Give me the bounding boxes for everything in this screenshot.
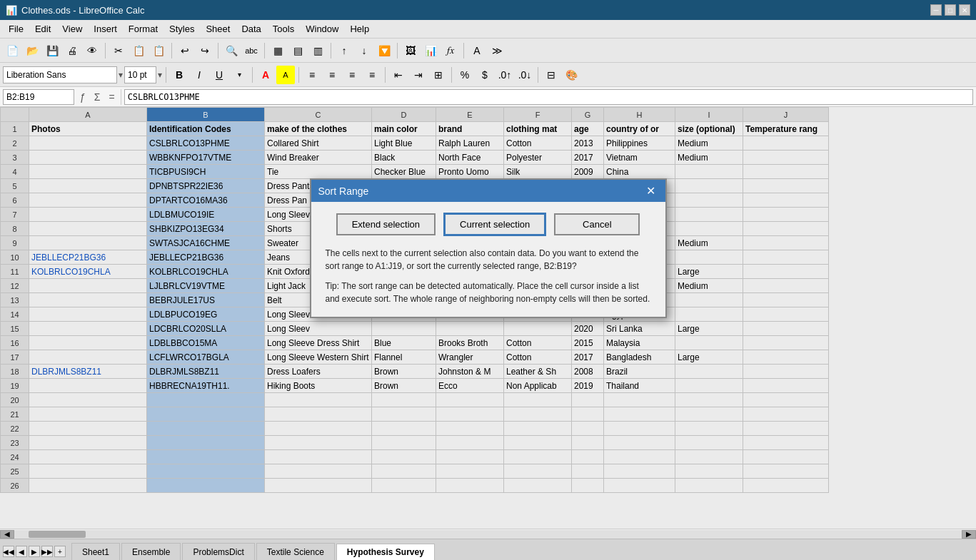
horizontal-scrollbar[interactable]: ◀ ▶ [0,529,976,539]
save-button[interactable]: 💾 [43,41,61,60]
menu-help[interactable]: Help [344,20,375,38]
formula-button[interactable]: 𝑓𝑥 [441,41,460,60]
formula-bar-sep [121,89,121,105]
menu-format[interactable]: Format [123,20,163,38]
sheet-nav-next[interactable]: ▶ [29,546,40,557]
sort-desc-button[interactable]: ↓ [355,41,373,60]
menu-sheet[interactable]: Sheet [200,20,236,38]
menu-styles[interactable]: Styles [163,20,200,38]
underline-dropdown[interactable]: ▾ [230,66,248,84]
maximize-button[interactable]: □ [945,4,956,16]
justify-button[interactable]: ≡ [363,66,381,84]
formula-input[interactable]: CSLBRLCO13PHME [124,89,973,105]
insert-table-button[interactable]: ▦ [268,41,287,60]
dialog-overlay: Sort Range ✕ Extend selection Current se… [0,107,976,529]
close-button[interactable]: ✕ [959,4,970,16]
tab-sheet1[interactable]: Sheet1 [71,543,120,560]
menubar: File Edit View Insert Format Styles Shee… [0,20,976,39]
italic-button[interactable]: I [190,66,208,84]
menu-insert[interactable]: Insert [88,20,123,38]
spreadsheet[interactable]: A B C D E F G H I J 1 Photos Identifica [0,107,976,529]
menu-view[interactable]: View [56,20,88,38]
menu-window[interactable]: Window [300,20,344,38]
scroll-left-button[interactable]: ◀ [0,530,14,539]
chart-button[interactable]: 📊 [421,41,440,60]
font-size-dropdown[interactable]: ▾ [158,70,162,80]
insert-cols-button[interactable]: ▥ [308,41,327,60]
scroll-thumb[interactable] [29,531,86,538]
bold-button[interactable]: B [170,66,188,84]
tab-textile-science[interactable]: Textile Science [256,543,335,560]
sep-f5 [451,67,452,83]
equals-icon[interactable]: = [106,91,117,103]
sum-icon[interactable]: Σ [91,91,104,103]
bg-color-button[interactable]: 🎨 [562,66,580,84]
dialog-body-text: The cells next to the current selection … [326,247,651,273]
scroll-right-button[interactable]: ▶ [962,530,976,539]
menu-edit[interactable]: Edit [29,20,56,38]
autofilter-button[interactable]: 🔽 [375,41,393,60]
sep7 [463,43,464,58]
menu-file[interactable]: File [3,20,29,38]
copy-button[interactable]: 📋 [129,41,148,60]
tab-hypothesis-survey[interactable]: Hypothesis Survey [336,544,435,560]
sort-asc-button[interactable]: ↑ [335,41,353,60]
spellcheck-button[interactable]: abc [242,41,261,60]
number-format-button[interactable]: % [456,66,474,84]
indent-less-button[interactable]: ⇤ [389,66,408,84]
sheet-tabs: ◀◀ ◀ ▶ ▶▶ + Sheet1 Ensemble ProblemsDict… [0,539,976,560]
print-button[interactable]: 🖨 [63,41,81,60]
more-button[interactable]: ≫ [488,41,506,60]
cancel-button[interactable]: Cancel [554,213,640,235]
font-name-input[interactable] [3,66,117,83]
titlebar: 📊 Clothes.ods - LibreOffice Calc ─ □ ✕ [0,0,976,20]
undo-button[interactable]: ↩ [176,41,194,60]
preview-button[interactable]: 👁 [83,41,101,60]
redo-button[interactable]: ↪ [196,41,214,60]
decimal-dec-button[interactable]: .0↓ [515,66,534,84]
menu-data[interactable]: Data [236,20,266,38]
sep-f2 [252,67,253,83]
align-center-button[interactable]: ≡ [323,66,341,84]
sheet-nav-first[interactable]: ◀◀ [3,546,14,557]
sheet-nav: ◀◀ ◀ ▶ ▶▶ + [3,546,66,560]
cell-ref-input[interactable] [3,89,74,105]
highlight-button[interactable]: A [276,66,295,84]
currency-button[interactable]: $ [476,66,494,84]
image-button[interactable]: 🖼 [401,41,420,60]
sheet-nav-last[interactable]: ▶▶ [41,546,53,557]
current-selection-button[interactable]: Current selection [444,213,545,235]
font-name-dropdown[interactable]: ▾ [119,70,123,80]
font-color-button[interactable]: A [256,66,275,84]
titlebar-controls[interactable]: ─ □ ✕ [930,4,970,16]
insert-rows-button[interactable]: ▤ [288,41,307,60]
scroll-track[interactable] [14,530,962,539]
font-size-input[interactable] [124,66,156,83]
styles-button[interactable]: A [468,41,486,60]
decimal-inc-button[interactable]: .0↑ [495,66,514,84]
find-button[interactable]: 🔍 [222,41,241,60]
tab-ensemble[interactable]: Ensemble [121,543,181,560]
align-right-button[interactable]: ≡ [343,66,361,84]
app-icon: 📊 [6,5,17,16]
new-button[interactable]: 📄 [3,41,21,60]
minimize-button[interactable]: ─ [930,4,942,16]
function-wizard-icon[interactable]: ƒ [77,91,89,103]
open-button[interactable]: 📂 [23,41,41,60]
formulabar: ƒ Σ = CSLBRLCO13PHME [0,87,976,107]
menu-tools[interactable]: Tools [267,20,300,38]
add-sheet-button[interactable]: + [54,546,66,557]
tab-problemsdict[interactable]: ProblemsDict [182,543,254,560]
toolbar1: 📄 📂 💾 🖨 👁 ✂ 📋 📋 ↩ ↪ 🔍 abc ▦ ▤ ▥ ↑ ↓ 🔽 🖼 … [0,39,976,63]
sep-f3 [298,67,299,83]
sheet-nav-prev[interactable]: ◀ [16,546,27,557]
cut-button[interactable]: ✂ [109,41,128,60]
paste-button[interactable]: 📋 [149,41,168,60]
indent-more-button[interactable]: ⇥ [409,66,428,84]
dialog-close-button[interactable]: ✕ [643,184,658,198]
underline-button[interactable]: U [210,66,228,84]
align-left-button[interactable]: ≡ [303,66,321,84]
extend-selection-button[interactable]: Extend selection [336,213,436,235]
borders-button[interactable]: ⊟ [542,66,560,84]
merge-cells-button[interactable]: ⊞ [429,66,448,84]
